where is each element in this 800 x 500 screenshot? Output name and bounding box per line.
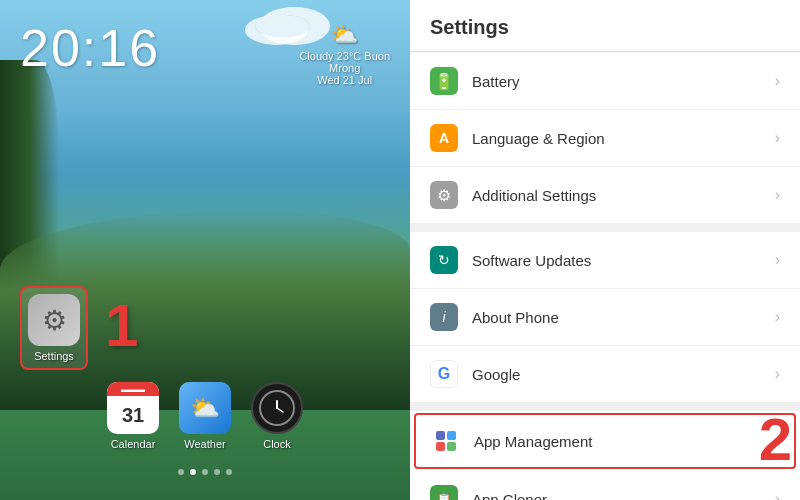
weather-app[interactable]: ⛅ Weather [179,382,231,450]
battery-icon: 🔋 [430,67,458,95]
weather-date: Wed 21 Jul [299,74,390,86]
svg-rect-5 [447,442,456,451]
additional-settings-chevron: › [775,186,780,204]
app-cloner-label: App Cloner [472,491,775,501]
page-dot-3 [202,469,208,475]
settings-item-battery[interactable]: 🔋 Battery › [410,53,800,110]
app-management-container: App Management › 2 [410,413,800,469]
divider-2 [410,403,800,411]
phone-screen: 20:16 ⛅ Cloudy 23°C Buon Mrong Wed 21 Ju… [0,0,410,500]
google-icon: G [430,360,458,388]
weather-app-cloud-icon: ⛅ [190,394,220,422]
app-grid-icon [434,429,458,453]
step-two-label: 2 [759,405,792,474]
settings-app-icon[interactable]: ⚙ Settings [20,286,88,370]
page-indicator [0,469,410,475]
svg-rect-3 [447,431,456,440]
language-label: Language & Region [472,130,775,147]
settings-icon: ⚙ [28,294,80,346]
google-label: Google [472,366,775,383]
settings-app-label: Settings [34,350,74,362]
settings-list: 🔋 Battery › A Language & Region › ⚙ Addi… [410,53,800,500]
settings-item-language[interactable]: A Language & Region › [410,110,800,167]
clock-app[interactable]: Clock [251,382,303,450]
language-chevron: › [775,129,780,147]
clock-icon [251,382,303,434]
about-phone-chevron: › [775,308,780,326]
app-management-icon [432,427,460,455]
settings-item-google[interactable]: G Google › [410,346,800,403]
about-phone-icon: i [430,303,458,331]
settings-panel: Settings 🔋 Battery › A Language & Region… [410,0,800,500]
svg-rect-4 [436,442,445,451]
page-dot-4 [214,469,220,475]
battery-chevron: › [775,72,780,90]
page-dot-2 [190,469,196,475]
clock-face [259,390,295,426]
settings-item-app-cloner[interactable]: 📋 App Cloner › [410,471,800,500]
calendar-app[interactable]: ▬▬▬ 31 Calendar [107,382,159,450]
language-icon: A [430,124,458,152]
bottom-app-row: ▬▬▬ 31 Calendar ⛅ Weather [0,382,410,450]
app-cloner-chevron: › [775,490,780,500]
settings-item-additional[interactable]: ⚙ Additional Settings › [410,167,800,224]
weather-location: Mrong [299,62,390,74]
about-phone-label: About Phone [472,309,775,326]
additional-settings-label: Additional Settings [472,187,775,204]
app-management-label: App Management [474,433,773,450]
svg-line-1 [277,408,283,412]
additional-settings-icon: ⚙ [430,181,458,209]
settings-item-app-management[interactable]: App Management › [414,413,796,469]
calendar-date: 31 [107,396,159,434]
weather-widget: ⛅ Cloudy 23°C Buon Mrong Wed 21 Jul [299,22,390,86]
settings-title: Settings [410,0,800,52]
weather-condition: Cloudy 23°C Buon [299,50,390,62]
weather-app-icon: ⛅ [179,382,231,434]
weather-icon: ⛅ [299,22,390,48]
software-updates-icon: ↻ [430,246,458,274]
svg-rect-2 [436,431,445,440]
calendar-icon: ▬▬▬ 31 [107,382,159,434]
clock-svg [263,394,291,422]
weather-app-label: Weather [184,438,225,450]
page-dot-1 [178,469,184,475]
settings-item-software[interactable]: ↻ Software Updates › [410,232,800,289]
google-chevron: › [775,365,780,383]
app-cloner-icon: 📋 [430,485,458,500]
software-updates-chevron: › [775,251,780,269]
calendar-header: ▬▬▬ [107,382,159,396]
software-updates-label: Software Updates [472,252,775,269]
settings-item-about[interactable]: i About Phone › [410,289,800,346]
clock-label: Clock [263,438,291,450]
page-dot-5 [226,469,232,475]
step-one-label: 1 [105,291,138,360]
divider-1 [410,224,800,232]
calendar-label: Calendar [111,438,156,450]
battery-label: Battery [472,73,775,90]
time-display: 20:16 [20,18,160,78]
gear-icon: ⚙ [42,304,67,337]
